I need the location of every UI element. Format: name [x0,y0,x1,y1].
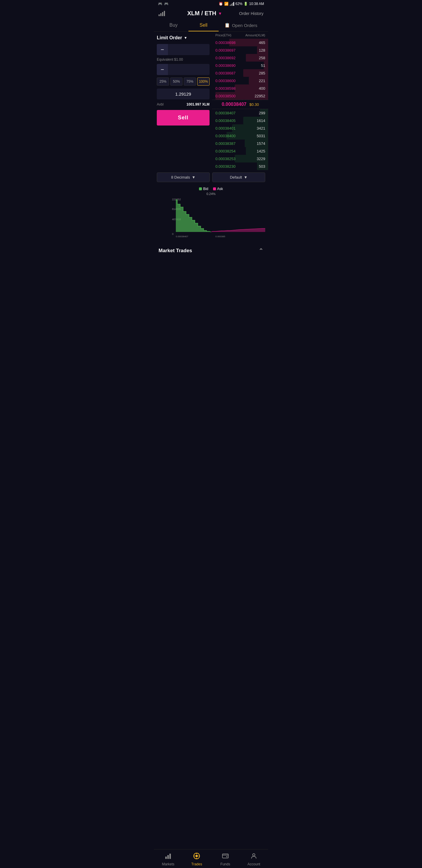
buy-amount: 3229 [257,157,265,161]
buy-amount: 503 [259,164,265,168]
clipboard-icon: 📋 [225,23,230,28]
sell-order-row[interactable]: 0.00038687 285 [213,69,268,77]
available-balance-row: Avbl 1001.997 XLM [157,102,209,106]
sell-price: 0.00038690 [216,63,236,68]
sell-price: 0.00038698 [216,40,236,45]
svg-point-19 [253,854,255,856]
sell-order-row[interactable]: 0.00038500 22952 [213,92,268,100]
buy-price: 0.00038254 [216,149,236,153]
market-trades-section: Market Trades ⌃ [154,243,268,258]
percent-100-button[interactable]: 100% [197,78,209,86]
sell-price: 0.00038692 [216,56,236,60]
game-icon1: 🎮 [158,2,162,6]
orderbook-header: Price(ETH) Amount(XLM) [213,32,268,39]
avbl-value: 1001.997 XLM [186,102,209,106]
percent-75-button[interactable]: 75% [184,78,196,86]
percent-25-button[interactable]: 25% [157,78,169,86]
trading-pair[interactable]: XLM / ETH ▼ [187,10,222,17]
buy-order-row[interactable]: 0.00038405 1614 [213,117,268,124]
svg-rect-10 [169,854,171,859]
percent-buttons: 25% 50% 75% 100% [157,78,209,86]
price-decrease-button[interactable]: − [157,44,168,55]
svg-rect-17 [222,854,228,858]
status-left: 🎮 🎮 [158,2,168,6]
amount-decrease-button[interactable]: − [157,64,168,75]
spread-row: 0.00038407 $0.30 [213,100,268,109]
main-content: Limit Order ▼ − 0.00129 + Equivalent $1.… [154,32,268,170]
buy-amount: 5031 [257,134,265,138]
equivalent-label: Equivalent $1.00 [157,58,209,62]
buy-order-row[interactable]: 0.00038400 5031 [213,132,268,140]
default-button[interactable]: Default ▼ [212,173,265,182]
spread-usd: $0.30 [249,102,259,107]
sell-price: 0.00038697 [216,48,236,53]
price-input[interactable]: 0.00129 [168,47,209,52]
amount-input[interactable]: 1001 [168,67,209,72]
svg-marker-5 [211,228,265,232]
buy-orders: 0.00038407 299 0.00038405 1614 0.0003840… [213,109,268,170]
default-dropdown-icon: ▼ [244,175,248,180]
nav-funds-label: Funds [220,862,230,866]
buy-price: 0.00038405 [216,119,236,123]
tabs: Buy Sell 📋 Open Orders [154,19,268,32]
sell-amount: 285 [259,71,265,75]
sell-order-row[interactable]: 0.00038598 400 [213,85,268,92]
buy-amount: 299 [259,111,265,115]
sell-amount: 221 [259,79,265,83]
game-icon2: 🎮 [164,2,168,6]
buy-price: 0.00038230 [216,164,236,168]
tab-sell[interactable]: Sell [188,19,218,31]
tab-open-orders[interactable]: 📋 Open Orders [219,19,263,31]
buy-amount: 1574 [257,141,265,146]
svg-rect-8 [165,857,167,859]
nav-markets[interactable]: Markets [154,849,183,868]
buy-order-row[interactable]: 0.00038253 3229 [213,155,268,162]
nav-account-label: Account [248,862,260,866]
sell-price: 0.00038598 [216,86,236,91]
order-book-panel: Price(ETH) Amount(XLM) 0.00038698 465 0.… [213,32,268,170]
sell-order-row[interactable]: 0.00038600 221 [213,77,268,85]
wifi-icon: 📶 [224,2,229,6]
buy-order-row[interactable]: 0.00038407 299 [213,109,268,117]
buy-amount: 3421 [257,126,265,130]
decimals-button[interactable]: 8 Decimals ▼ [157,173,210,182]
sell-amount: 258 [259,56,265,60]
depth-chart-svg: 222252 814835 407418 0 0.00038407 0.0003… [157,197,265,238]
buy-order-row[interactable]: 0.00038387 1574 [213,140,268,147]
buy-amount: 1614 [257,119,265,123]
nav-trades[interactable]: Trades [183,849,211,868]
order-history-link[interactable]: Order History [239,11,263,16]
sell-order-row[interactable]: 0.00038692 258 [213,54,268,62]
sell-order-row[interactable]: 0.00038690 51 [213,62,268,69]
decimals-dropdown-icon: ▼ [192,175,195,180]
sell-price: 0.00038687 [216,71,236,75]
nav-markets-label: Markets [162,862,174,866]
svg-rect-9 [167,855,169,859]
bottom-nav: Markets Trades Funds [154,849,268,868]
options-row: 8 Decimals ▼ Default ▼ [154,170,268,184]
amount-header: Amount(XLM) [245,33,265,37]
nav-account[interactable]: Account [240,849,268,868]
header-left-icon [159,11,170,16]
buy-order-row[interactable]: 0.00038401 3421 [213,124,268,132]
percent-50-button[interactable]: 50% [170,78,183,86]
sell-button[interactable]: Sell [157,110,209,125]
nav-trades-label: Trades [191,862,202,866]
bid-legend: Bid [199,187,208,191]
buy-order-row[interactable]: 0.00038254 1425 [213,147,268,155]
sell-order-row[interactable]: 0.00038697 128 [213,46,268,54]
sell-amount: 51 [261,63,265,68]
svg-text:0.00038407: 0.00038407 [176,235,188,238]
sell-order-row[interactable]: 0.00038698 465 [213,39,268,46]
alarm-icon: ⏰ [219,2,223,6]
ask-dot [213,187,216,190]
sell-price: 0.00038500 [216,94,236,98]
nav-funds[interactable]: Funds [211,849,240,868]
collapse-icon[interactable]: ⌃ [258,247,263,254]
signal-icon [230,2,234,6]
buy-order-row[interactable]: 0.00038230 503 [213,162,268,170]
buy-price: 0.00038400 [216,134,236,138]
tab-buy[interactable]: Buy [159,19,188,31]
order-type-selector[interactable]: Limit Order ▼ [157,35,209,40]
account-icon [250,852,257,861]
